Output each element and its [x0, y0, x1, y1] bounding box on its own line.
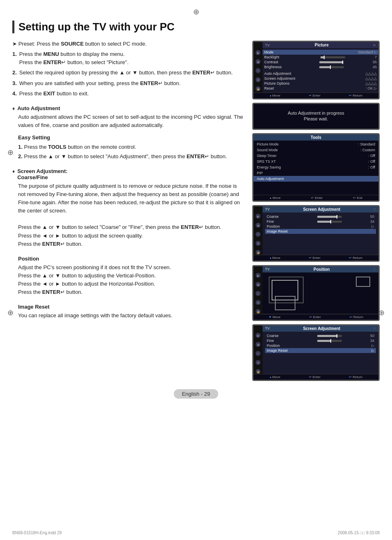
tools-footer-exit: ↩ Exit: [353, 196, 362, 200]
screen-adj-header-2: TV Screen Adjustment ▷: [263, 325, 378, 332]
tv-row-brightness: Brightness 45: [263, 65, 378, 69]
screen-adj-body-2: Coarse 50 Fine 34 Position: [263, 332, 378, 355]
title-bar: Setting up the TV with your PC: [12, 21, 380, 33]
tv-icon-s6-3: ♪: [256, 351, 261, 356]
tv-screen-screen-adj-1: ▶ ◉ ♪ ⚙ 🔒 TV Screen Adjustment ▷: [252, 205, 380, 262]
left-content: ➤ Preset: Press the SOURCE button to sel…: [12, 41, 244, 381]
easy-step-2: 2. Press the ▲ or ▼ button to select "Au…: [18, 152, 244, 161]
position-body: [263, 272, 378, 314]
tv-header-1: TV Picture ▷: [263, 42, 378, 48]
position-title: Position: [18, 256, 244, 262]
step-2: 2. Select the required option by pressin…: [12, 69, 244, 77]
date-info: 2008-05-15 □□ 9:33:08: [338, 531, 380, 535]
tv-screen-screen-adj-2: ▶ ◉ ♪ ⚙ 🔒 TV Screen Adjustment ▷: [252, 324, 380, 381]
tv-icon-1: ▶: [256, 50, 261, 55]
sa2-row-fine: Fine 34: [265, 338, 376, 343]
tv-icon-s6-4: ⚙: [256, 360, 261, 365]
footer-return-1: ↩ Return: [349, 94, 362, 97]
right-content: ▶ ◉ ♪ ⚙ 🔒 TV Picture ▷: [252, 41, 380, 381]
arrow-icon: ➤: [12, 41, 17, 47]
tv-icon-s5-4: ⚙: [256, 300, 261, 305]
auto-adj-msg1: Auto Adjustment in progress: [258, 111, 374, 115]
screen-adj-body-1: Coarse 50 Fine 34 Position: [263, 212, 378, 235]
page-title: Setting up the TV with your PC: [18, 21, 380, 33]
preset-line: ➤ Preset: Press the SOURCE button to sel…: [12, 41, 244, 47]
sa2-row-image-reset: Image Reset ▷: [265, 348, 376, 353]
auto-adjustment-body: Auto adjustment allows the PC screen of …: [18, 113, 244, 129]
tools-row-auto-adj: Auto Adjustment: [254, 176, 378, 182]
image-reset-title: Image Reset: [18, 304, 244, 310]
tv-icon-s5-5: 🔒: [256, 309, 261, 314]
tools-row-sleep-timer: Sleep Timer: Off: [254, 153, 378, 159]
tv-screen-tools: Tools Picture Mode: Standard Sound Mode:…: [252, 133, 380, 202]
footer-move-6: ⬥Move: [270, 375, 281, 379]
tv-icon-s4-4: ⚙: [256, 241, 261, 246]
sa-row-position: Position ▷: [265, 224, 376, 229]
position-section: Position Adjust the PC's screen position…: [12, 256, 244, 297]
screen-adjustment-title: ♦ Screen Adjustment:Coarse/Fine: [12, 168, 244, 180]
tv-icon-5: 🔒: [256, 86, 261, 91]
tv-label-1: TV: [265, 43, 270, 47]
preset-text: Preset: Press the SOURCE button to selec…: [18, 41, 147, 47]
footer-move-5: ✦ Move: [269, 315, 281, 319]
tv-screen-position: ▶ ◉ ♪ ⚙ 🔒 TV Position ▷: [252, 265, 380, 321]
tv-row-backlight: Backlight 7: [263, 55, 378, 60]
sa-row-image-reset: Image Reset: [265, 229, 376, 234]
tools-footer: ⬥ Move ↵ Enter ↩ Exit: [254, 195, 378, 201]
tv-row-screen-adj: Screen Adjustment △△△△: [263, 76, 378, 81]
tv-screen-picture: ▶ ◉ ♪ ⚙ 🔒 TV Picture ▷: [252, 41, 380, 99]
tv-icon-2: ◉: [256, 59, 261, 64]
sa-row-coarse: Coarse 50: [265, 214, 376, 219]
tv-row-pic-options: Picture Options △△△△: [263, 81, 378, 86]
tv-row-reset: Reset : OK ▷: [263, 86, 378, 91]
easy-step-1: 1. Press the TOOLS button on the remote …: [18, 143, 244, 151]
footer-move-1: ⬥ Move: [270, 94, 281, 97]
sa2-row-coarse: Coarse 50: [265, 333, 376, 338]
tv-icon-s5-1: ▶: [256, 273, 261, 278]
tools-header: Tools: [254, 134, 378, 141]
page-container: ⊕ ⊕ ⊕ ⊕ Setting up the TV with your PC ➤…: [0, 0, 392, 540]
footer-info: BN68-01518H-Eng.indd 29 2008-05-15 □□ 9:…: [12, 531, 380, 535]
crosshair-top-icon: ⊕: [193, 7, 199, 16]
footer-enter-6: ↵Enter: [309, 375, 321, 379]
step-4: 4. Press the EXIT button to exit.: [12, 90, 244, 98]
footer-enter-1: ↵ Enter: [309, 94, 321, 97]
footer-return-6: ↩Return: [349, 375, 362, 379]
tv-icon-s5-2: ◉: [256, 282, 261, 287]
tools-row-picture-mode: Picture Mode: Standard: [254, 141, 378, 147]
footer-return-5: ↩ Return: [350, 315, 363, 319]
tv-footer-1: ⬥ Move ↵ Enter ↩ Return: [254, 92, 378, 98]
file-info: BN68-01518H-Eng.indd 29: [12, 531, 62, 535]
tv-icon-s4-5: 🔒: [256, 250, 261, 255]
tv-footer-6: ⬥Move ↵Enter ↩Return: [254, 374, 378, 380]
position-body: Adjust the PC's screen positioning if it…: [18, 263, 244, 297]
footer-move-4: ⬥Move: [270, 256, 281, 260]
tv-footer-5: ✦ Move ↵ Enter ↩ Return: [254, 314, 378, 320]
crosshair-right-bottom-icon: ⊕: [378, 308, 385, 317]
page-bottom: English - 29: [12, 389, 380, 399]
screen-adj-header-1: TV Screen Adjustment ▷: [263, 206, 378, 212]
tools-body: Picture Mode: Standard Sound Mode: Custo…: [254, 141, 378, 182]
tv-icon-3: ♪: [256, 68, 261, 73]
tv-icon-s4-1: ▶: [256, 214, 261, 219]
crosshair-left-bottom-icon: ⊕: [7, 308, 14, 317]
auto-adjustment-section: ♦ Auto Adjustment Auto adjustment allows…: [12, 105, 244, 161]
footer-enter-5: ↵ Enter: [309, 315, 321, 319]
footer-enter-4: ↵Enter: [309, 256, 321, 260]
tv-icon-s4-2: ◉: [256, 223, 261, 228]
image-reset-section: Image Reset You can replace all image se…: [12, 304, 244, 320]
position-header: TV Position ▷: [263, 266, 378, 272]
image-reset-body: You can replace all image settings with …: [18, 312, 244, 320]
tools-footer-move: ⬥ Move: [270, 196, 281, 200]
tv-icon-s6-1: ▶: [256, 333, 261, 338]
page-number-badge: English - 29: [174, 389, 219, 399]
tv-menu-title-1: Picture: [315, 43, 329, 47]
tv-icon-s5-3: ♪: [256, 291, 261, 296]
tv-icon-4: ⚙: [256, 77, 261, 82]
pos-mid-box: [275, 296, 295, 310]
footer-return-4: ↩Return: [349, 256, 362, 260]
main-layout: ➤ Preset: Press the SOURCE button to sel…: [12, 41, 380, 381]
tv-row-contrast: Contrast 95: [263, 60, 378, 65]
tv-screen-auto-adj: Auto Adjustment in progress Please wait.: [252, 103, 380, 130]
tv-icon-s6-2: ◉: [256, 342, 261, 347]
